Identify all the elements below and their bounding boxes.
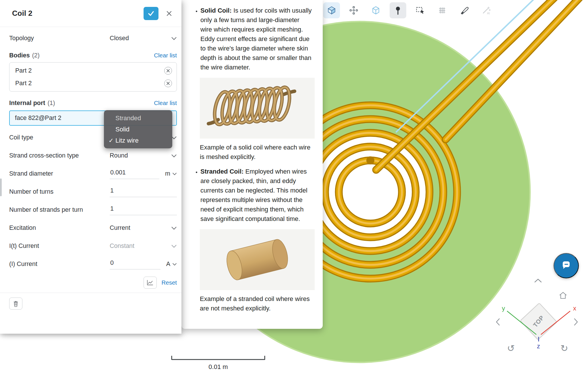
remove-body-button[interactable] — [164, 67, 172, 75]
rotate-ccw-icon: ↺ — [507, 343, 515, 353]
close-icon — [166, 10, 172, 17]
scale-bar: 0.01 m — [171, 355, 265, 371]
bodies-header: Bodies (2) Clear list — [9, 48, 177, 62]
solid-coil-caption: Example of a solid coil where each wire … — [200, 143, 312, 162]
reset-link[interactable]: Reset — [161, 279, 177, 286]
confirm-button[interactable] — [144, 7, 158, 20]
i-current-label: (I) Current — [9, 261, 110, 268]
strand-cross-section-label: Strand cross-section type — [9, 152, 110, 159]
geometry-prism-tool-button[interactable] — [368, 2, 384, 18]
close-button[interactable] — [163, 7, 176, 20]
solid-coil-text: Is used for coils with usually only a fe… — [200, 7, 312, 71]
body-list-item[interactable]: Part 2 — [9, 77, 177, 90]
it-current-select[interactable]: Constant — [110, 242, 177, 250]
y-axis-label: y — [502, 305, 505, 312]
strand-diameter-row: Strand diameter 0.001 m — [9, 165, 177, 183]
stranded-coil-description: Stranded Coil: Employed when wires are c… — [200, 167, 312, 224]
topology-row: Topology Closed — [9, 29, 177, 47]
body-list-item[interactable]: Part 2 — [9, 64, 177, 77]
bodies-clear-list-link[interactable]: Clear list — [154, 52, 177, 59]
internal-port-value: face 822@Part 2 — [15, 114, 61, 122]
chevron-down-icon — [171, 226, 177, 230]
coil-inner-wire-end — [366, 156, 374, 164]
option-label: Litz wire — [115, 137, 139, 144]
nav-roll-cw-button[interactable]: ↻ — [560, 344, 568, 353]
number-of-turns-label: Number of turns — [9, 188, 110, 195]
view-cube-icon — [327, 5, 336, 15]
nav-rotate-right-button[interactable] — [574, 318, 578, 327]
nav-roll-ccw-button[interactable]: ↺ — [507, 344, 515, 353]
nav-tilt-up-button[interactable] — [534, 278, 542, 284]
i-current-unit-select[interactable]: A — [166, 261, 177, 268]
strand-cross-section-row: Strand cross-section type Round — [9, 147, 177, 165]
line-chart-icon — [146, 279, 154, 286]
strand-diameter-input[interactable]: 0.001 — [110, 168, 159, 179]
scale-label: 0.01 m — [171, 363, 265, 371]
point-cloud-tool-button[interactable] — [345, 2, 362, 18]
mesh-tool-button[interactable] — [434, 2, 450, 18]
option-checkmark: ✓ — [109, 137, 115, 144]
nav-home-button[interactable] — [559, 292, 567, 300]
strand-cross-section-select[interactable]: Round — [110, 152, 177, 159]
strand-diameter-label: Strand diameter — [9, 170, 110, 177]
strands-per-turn-input[interactable]: 1 — [110, 205, 177, 215]
home-icon — [559, 292, 567, 300]
it-current-value: Constant — [110, 242, 134, 250]
stranded-coil-text: Employed when wires are closely packed, … — [200, 168, 307, 222]
chevron-down-icon — [171, 244, 177, 248]
strand-cross-section-value: Round — [110, 152, 128, 159]
chevron-up-icon — [534, 278, 542, 283]
mesh-grid-icon — [437, 5, 447, 15]
dropdown-option-solid[interactable]: Solid — [104, 124, 172, 135]
solid-coil-lead: Solid Coil: — [200, 7, 232, 14]
view-cube-tool-button[interactable] — [323, 2, 340, 18]
strands-per-turn-row: Number of strands per turn 1 — [9, 201, 177, 219]
z-axis-label: z — [537, 343, 540, 350]
i-current-unit: A — [166, 261, 170, 268]
chevron-right-icon — [574, 318, 578, 326]
stranded-coil-figure — [200, 229, 315, 290]
bodies-label: Bodies — [9, 52, 30, 59]
box-select-tool-button[interactable] — [412, 2, 428, 18]
check-icon — [148, 10, 154, 17]
nav-rotate-left-button[interactable] — [496, 318, 500, 327]
topology-label: Topology — [9, 35, 110, 42]
excitation-row: Excitation Current — [9, 219, 177, 237]
delete-coil-button[interactable] — [9, 298, 22, 310]
dropdown-option-litz-wire[interactable]: ✓ Litz wire — [104, 135, 172, 146]
solid-coil-help-item: Solid Coil: Is used for coils with usual… — [200, 6, 312, 162]
knife-tool-button[interactable] — [456, 2, 473, 18]
panel-scroll-indicator[interactable] — [0, 178, 2, 196]
internal-port-clear-list-link[interactable]: Clear list — [154, 100, 177, 106]
strand-diameter-unit-select[interactable]: m — [165, 170, 177, 177]
knife-icon — [459, 5, 469, 15]
support-chat-button[interactable] — [554, 253, 579, 278]
option-label: Solid — [115, 126, 129, 133]
plot-button[interactable] — [144, 277, 157, 289]
probe-pin-tool-button[interactable] — [390, 2, 406, 18]
topology-select[interactable]: Closed — [110, 35, 177, 42]
internal-port-count: (1) — [47, 100, 55, 107]
nav-cube-top-face[interactable] — [520, 303, 557, 340]
it-current-row: I(t) Current Constant — [9, 237, 177, 255]
stranded-coil-help-item: Stranded Coil: Employed when wires are c… — [200, 167, 312, 313]
dropdown-option-stranded[interactable]: Stranded — [104, 112, 172, 124]
i-current-row: (I) Current 0 A — [9, 255, 177, 273]
rotate-cw-icon: ↻ — [560, 343, 568, 353]
reset-row: Reset — [9, 273, 177, 292]
stranded-coil-image — [200, 229, 315, 290]
bodies-list: Part 2 Part 2 — [9, 62, 177, 92]
remove-body-button[interactable] — [164, 79, 172, 87]
excitation-value: Current — [110, 224, 130, 232]
ai-assistant-tool-button[interactable]: AI — [478, 2, 495, 18]
i-current-input[interactable]: 0 — [110, 259, 160, 269]
number-of-turns-input[interactable]: 1 — [110, 187, 177, 197]
excitation-select[interactable]: Current — [110, 224, 177, 232]
body-item-label: Part 2 — [15, 80, 164, 87]
internal-port-label: Internal port — [9, 100, 45, 107]
coil-type-help-panel: Solid Coil: Is used for coils with usual… — [181, 0, 323, 329]
solid-coil-image — [200, 78, 315, 139]
chevron-down-icon — [172, 263, 177, 266]
prism-icon — [371, 5, 381, 15]
panel-header: Coil 2 — [0, 0, 181, 27]
